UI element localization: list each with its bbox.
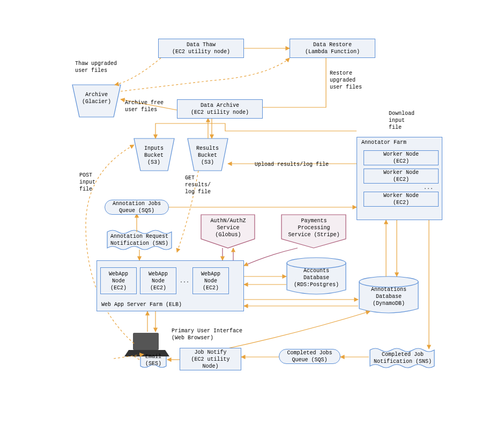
label-post-input: POST input file bbox=[79, 172, 95, 193]
box-results-bucket: Results Bucket (S3) bbox=[189, 145, 226, 166]
webapp-node: WebApp Node (EC2) bbox=[140, 267, 176, 294]
box-accounts-db: Accounts Database (RDS:Postgres) bbox=[290, 267, 343, 288]
text: Inputs Bucket (S3) bbox=[144, 145, 164, 166]
text: Worker Node (EC2) bbox=[383, 192, 419, 206]
text: WebApp Node (EC2) bbox=[149, 271, 168, 291]
svg-rect-7 bbox=[133, 333, 159, 350]
worker-node: Worker Node (EC2) bbox=[364, 150, 439, 165]
label-archive-free: Archive free user files bbox=[125, 99, 164, 113]
svg-point-6 bbox=[359, 276, 418, 287]
label-get-results: GET results/ log file bbox=[185, 174, 211, 195]
label-upload-results: Upload results/log file bbox=[255, 161, 329, 168]
text: Payments Processing Service (Stripe) bbox=[288, 217, 339, 238]
text: Annotations Database (DynamoDB) bbox=[371, 286, 406, 307]
box-completed-notif: Completed Job Notification (SNS) bbox=[371, 351, 434, 365]
text: Job Notify (EC2 utility Node) bbox=[191, 349, 229, 370]
box-data-thaw: Data Thaw (EC2 utility node) bbox=[158, 39, 244, 58]
text: Completed Jobs Queue (SQS) bbox=[287, 349, 332, 363]
webapp-ellipsis: ... bbox=[180, 278, 189, 284]
box-ann-jobs-queue: Annotation Jobs Queue (SQS) bbox=[105, 200, 169, 215]
box-completed-queue: Completed Jobs Queue (SQS) bbox=[279, 349, 340, 364]
label-thaw-upgraded: Thaw upgraded user files bbox=[75, 60, 117, 74]
worker-node: Worker Node (EC2) bbox=[364, 169, 439, 184]
text: Worker Node (EC2) bbox=[383, 169, 419, 183]
text: Accounts Database (RDS:Postgres) bbox=[294, 267, 339, 288]
box-archive: Archive (Glacier) bbox=[75, 91, 118, 105]
box-data-restore: Data Restore (Lambda Function) bbox=[290, 39, 375, 58]
text: Email (SES) bbox=[145, 353, 161, 367]
worker-ellipsis: ... bbox=[360, 185, 439, 191]
text: Annotation Jobs Queue (SQS) bbox=[113, 200, 161, 214]
text: Data Restore (Lambda Function) bbox=[305, 41, 360, 55]
box-email-ses: Email (SES) bbox=[140, 353, 166, 367]
webapp-farm-title: Web App Server Farm (ELB) bbox=[101, 302, 182, 308]
text: Completed Job Notification (SNS) bbox=[374, 351, 432, 365]
box-annotations-db: Annotations Database (DynamoDB) bbox=[362, 286, 416, 307]
text: Data Thaw (EC2 utility node) bbox=[172, 41, 230, 55]
webapp-node: WebApp Node (EC2) bbox=[192, 267, 229, 294]
box-inputs-bucket: Inputs Bucket (S3) bbox=[135, 145, 173, 166]
label-download-input: Download input file bbox=[389, 110, 414, 131]
diagram-stage: Data Thaw (EC2 utility node) Data Restor… bbox=[0, 0, 504, 423]
annotator-farm: Annotator Farm Worker Node (EC2) Worker … bbox=[357, 137, 442, 220]
text: WebApp Node (EC2) bbox=[201, 271, 220, 291]
box-authn: AuthN/AuthZ Service (Globus) bbox=[203, 217, 254, 238]
annotator-farm-title: Annotator Farm bbox=[361, 140, 406, 145]
webapp-farm: WebApp Node (EC2) WebApp Node (EC2) ... … bbox=[97, 260, 244, 311]
text: Worker Node (EC2) bbox=[383, 151, 419, 165]
text: WebApp Node (EC2) bbox=[109, 271, 128, 291]
svg-point-5 bbox=[287, 258, 346, 268]
text: AuthN/AuthZ Service (Globus) bbox=[210, 217, 246, 238]
label-primary-ui: Primary User Interface (Web Browser) bbox=[172, 327, 242, 341]
text: Annotation Request Notification (SNS) bbox=[110, 233, 168, 247]
text: Archive (Glacier) bbox=[82, 91, 111, 105]
box-payments: Payments Processing Service (Stripe) bbox=[283, 217, 345, 238]
text: Data Archive (EC2 utility node) bbox=[191, 102, 249, 116]
box-job-notify: Job Notify (EC2 utility Node) bbox=[180, 348, 241, 370]
box-data-archive: Data Archive (EC2 utility node) bbox=[177, 99, 263, 119]
box-ann-req-notif: Annotation Request Notification (SNS) bbox=[107, 233, 172, 247]
text: Results Bucket (S3) bbox=[196, 145, 219, 166]
worker-node: Worker Node (EC2) bbox=[364, 192, 439, 207]
webapp-node: WebApp Node (EC2) bbox=[100, 267, 137, 294]
label-restore-upgraded: Restore upgraded user files bbox=[330, 70, 362, 91]
